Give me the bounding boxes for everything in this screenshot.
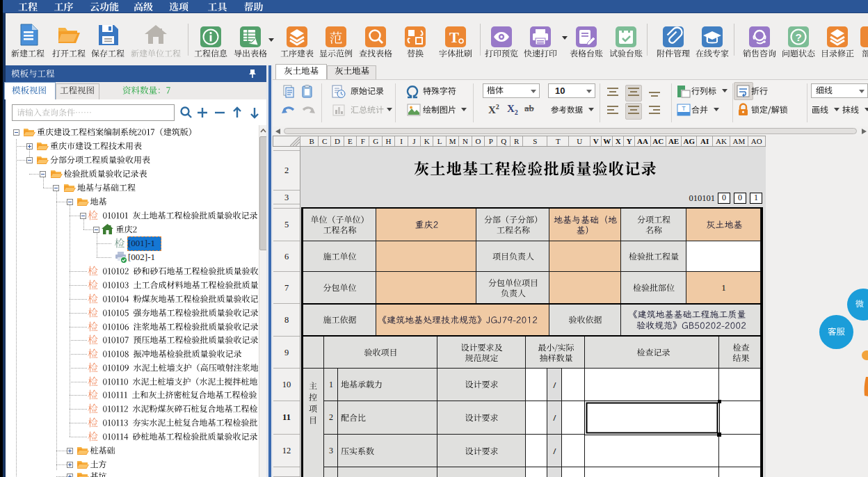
- svg-text:T: T: [449, 29, 459, 46]
- svg-text:T: T: [682, 105, 686, 112]
- svg-text:?: ?: [795, 31, 801, 43]
